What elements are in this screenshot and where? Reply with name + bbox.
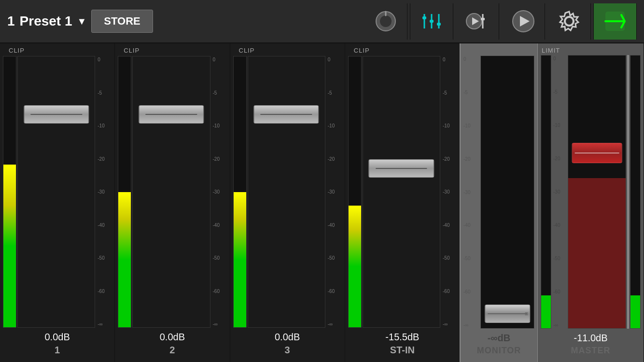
settings-button[interactable] [547, 3, 591, 40]
knob-button[interactable] [364, 3, 407, 40]
scale-monitor: 0 -5 -10 -20 -30 -40 -50 -60 -∞ [463, 56, 479, 329]
clip-label-ch1: CLIP [9, 47, 25, 54]
db-label-stin: -15.5dB [385, 328, 419, 345]
channel-monitor: 0 -5 -10 -20 -30 -40 -50 -60 -∞ ≡ -∞dB M… [461, 43, 538, 362]
master-fader-track [568, 55, 626, 329]
clip-label-ch2: CLIP [124, 47, 140, 54]
fader-track-ch3 [248, 56, 325, 328]
store-button[interactable]: STORE [91, 10, 153, 33]
master-meter-right [630, 55, 641, 329]
fader-handle-ch3[interactable] [253, 105, 319, 124]
svg-point-1 [380, 15, 392, 27]
monitor-fader-track: ≡ [480, 56, 534, 329]
db-label-ch2: 0.0dB [160, 328, 185, 345]
channel-name-stin: ST-IN [390, 345, 415, 360]
vu-fill-stin [349, 206, 361, 327]
db-label-master: -11.0dB [574, 329, 607, 346]
vu-meter-ch3 [233, 56, 247, 328]
master-fader-handle[interactable] [572, 143, 622, 163]
master-meter-left-fill [541, 295, 551, 328]
svg-rect-4 [422, 16, 426, 19]
channel-name-monitor: MONITOR [477, 346, 521, 360]
channel-name-ch3: 3 [285, 345, 290, 360]
fader-handle-ch1[interactable] [24, 105, 89, 124]
master-meter-left [541, 55, 551, 329]
vu-meter-ch2 [118, 56, 131, 328]
preset-dropdown[interactable]: ▼ [77, 16, 87, 27]
vu-meter-stin [348, 56, 362, 328]
fader-track-stin [363, 56, 440, 328]
preset-section: 1 Preset 1 ▼ STORE [0, 10, 241, 33]
monitor-fader-handle[interactable]: ≡ [485, 305, 530, 323]
channel-name-ch1: 1 [55, 345, 60, 360]
master-meter-right-fill [630, 295, 640, 328]
fader-track-ch2 [132, 56, 210, 328]
scale-stin: 0 -5 -10 -20 -30 -40 -50 -60 -∞ [441, 56, 457, 328]
scale-master: 0 -5 -10 -20 -30 -40 -50 -60 -∞ [552, 55, 567, 329]
channel-2: CLIP 0 -5 -10 -20 -30 -40 -50 -60 -∞ 0.0… [115, 43, 230, 362]
vu-fill-ch1 [3, 165, 16, 327]
db-label-ch3: 0.0dB [275, 328, 300, 345]
vu-meter-ch1 [3, 56, 16, 328]
header-icons [357, 3, 644, 40]
play-eq-button[interactable] [456, 3, 499, 40]
play-button[interactable] [502, 3, 545, 40]
vu-fill-ch3 [234, 192, 246, 328]
routing-button[interactable] [593, 3, 637, 40]
header: 1 Preset 1 ▼ STORE [0, 0, 644, 43]
svg-rect-8 [437, 23, 441, 26]
vu-fill-ch2 [118, 192, 131, 328]
fader-handle-stin[interactable] [369, 159, 434, 178]
channel-name-master: MASTER [571, 346, 611, 360]
channel-stin: CLIP 0 -5 -10 -20 -30 -40 -50 -60 -∞ -15 [345, 43, 461, 362]
limit-label: LIMIT [542, 47, 560, 54]
scale-ch3: 0 -5 -10 -20 -30 -40 -50 -60 -∞ [326, 56, 342, 328]
eq-button[interactable] [410, 3, 453, 40]
svg-rect-12 [481, 18, 485, 20]
fader-handle-ch2[interactable] [139, 105, 204, 124]
channel-1: CLIP 0 -5 -10 -20 -30 -40 -50 -60 -∞ [0, 43, 115, 362]
clip-label-stin: CLIP [354, 47, 370, 54]
db-label-monitor: -∞dB [488, 329, 511, 346]
channel-3: CLIP 0 -5 -10 -20 -30 -40 -50 -60 -∞ 0.0… [230, 43, 345, 362]
scale-ch2: 0 -5 -10 -20 -30 -40 -50 -60 -∞ [211, 56, 227, 328]
scale-ch1: 0 -5 -10 -20 -30 -40 -50 -60 -∞ [96, 56, 112, 328]
svg-rect-6 [430, 20, 434, 23]
preset-number: 1 [7, 14, 15, 29]
mixer: CLIP 0 -5 -10 -20 -30 -40 -50 -60 -∞ [0, 43, 644, 362]
channel-name-ch2: 2 [169, 345, 175, 360]
svg-point-15 [565, 17, 574, 26]
preset-name: Preset 1 [20, 14, 72, 29]
master-fader-fill [568, 178, 626, 328]
fader-track-ch1 [17, 56, 95, 328]
master-right-border [627, 55, 629, 329]
clip-label-ch3: CLIP [239, 47, 255, 54]
db-label-ch1: 0.0dB [44, 328, 70, 345]
channel-master: LIMIT 0 -5 -10 -20 -30 -40 -50 -60 -∞ [538, 43, 644, 362]
